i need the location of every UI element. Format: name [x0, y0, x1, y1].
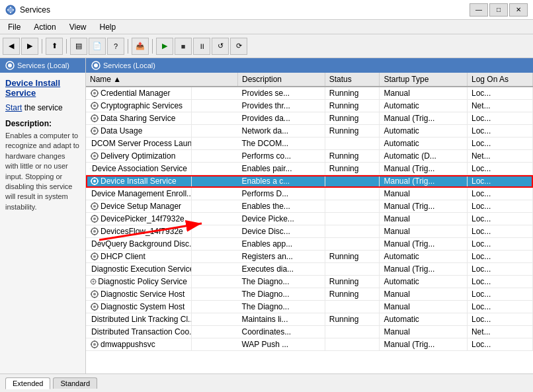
- table-row[interactable]: Diagnostic Execution ServiceExecutes dia…: [86, 263, 533, 276]
- table-row[interactable]: Device Association ServiceEnables pair..…: [86, 163, 533, 175]
- row-name: DCOM Server Process Laun...: [91, 139, 192, 148]
- table-row[interactable]: DevicePicker_14f7932eDevice Picke...Manu…: [86, 213, 533, 225]
- row-startup: Manual: [384, 214, 409, 223]
- svg-point-61: [93, 205, 96, 208]
- row-startup: Manual: [384, 302, 409, 311]
- gear-icon: [90, 340, 99, 349]
- tab-standard[interactable]: Standard: [53, 377, 97, 389]
- col-name[interactable]: Name ▲: [86, 73, 237, 87]
- col-status[interactable]: Status: [325, 73, 380, 87]
- table-row[interactable]: Distributed Transaction Coo...Coordinate…: [86, 326, 533, 338]
- row-startup: Automatic: [384, 101, 419, 110]
- row-logon: Loc...: [472, 126, 491, 136]
- menu-help[interactable]: Help: [95, 21, 122, 33]
- table-row[interactable]: Diagnostic Policy ServiceThe Diagno...Ru…: [86, 276, 533, 288]
- row-name: Distributed Link Tracking Cl...: [91, 315, 192, 324]
- left-panel-content: Device Install Service Start the service…: [0, 73, 85, 373]
- row-desc: Enables the...: [241, 202, 290, 211]
- toolbar-sep-3: [128, 39, 128, 54]
- table-row[interactable]: Diagnostic Service HostThe Diagno...Runn…: [86, 288, 533, 301]
- title-bar-left: Services: [5, 5, 50, 15]
- table-row[interactable]: DevQuery Background Disc...Enables app..…: [86, 238, 533, 251]
- app-icon: [5, 5, 16, 15]
- row-status: Running: [329, 126, 359, 136]
- services-table: Name ▲ Description Status Startup Type L: [86, 73, 533, 351]
- toolbar-sep-4: [152, 39, 153, 54]
- minimize-button[interactable]: —: [470, 3, 488, 17]
- table-row[interactable]: Diagnostic System HostThe Diagno...Manua…: [86, 301, 533, 313]
- svg-point-3: [8, 63, 12, 67]
- svg-point-19: [93, 117, 96, 120]
- table-row[interactable]: Data Sharing ServiceProvides da...Runnin…: [86, 112, 533, 125]
- row-startup: Manual (Trig...: [384, 114, 434, 123]
- toolbar-help[interactable]: ?: [107, 38, 124, 55]
- row-startup: Automatic: [384, 252, 419, 261]
- svg-point-5: [94, 63, 98, 67]
- table-row[interactable]: Delivery OptimizationPerforms co...Runni…: [86, 150, 533, 163]
- tab-extended[interactable]: Extended: [5, 377, 50, 389]
- toolbar-restart2[interactable]: ⟳: [230, 38, 247, 55]
- toolbar-pause[interactable]: ⏸: [193, 38, 210, 55]
- row-startup: Manual (Trig...: [384, 340, 434, 349]
- gear-icon: [90, 151, 99, 161]
- table-row[interactable]: Device Management Enroll...Performs D...…: [86, 188, 533, 200]
- row-desc: Enables app...: [241, 239, 292, 249]
- table-row[interactable]: Cryptographic ServicesProvides thr...Run…: [86, 100, 533, 112]
- row-startup: Automatic: [384, 315, 419, 324]
- close-button[interactable]: ✕: [509, 3, 528, 17]
- toolbar-restart[interactable]: ↺: [212, 38, 229, 55]
- services-table-container[interactable]: Name ▲ Description Status Startup Type L: [86, 73, 533, 373]
- table-row[interactable]: Distributed Link Tracking Cl...Maintains…: [86, 313, 533, 326]
- row-name: Diagnostic Service Host: [101, 290, 184, 299]
- table-row[interactable]: Data UsageNetwork da...RunningAutomaticL…: [86, 125, 533, 137]
- gear-icon: [90, 252, 99, 261]
- row-name: Device Setup Manager: [101, 202, 181, 211]
- toolbar-sep-1: [42, 39, 42, 54]
- table-row[interactable]: Device Setup ManagerEnables the...Manual…: [86, 200, 533, 213]
- gear-icon: [90, 277, 97, 286]
- row-desc: Maintains li...: [241, 315, 288, 324]
- gear-icon: [90, 164, 91, 173]
- col-startup[interactable]: Startup Type: [380, 73, 467, 87]
- maximize-button[interactable]: □: [489, 3, 508, 17]
- col-logon[interactable]: Log On As: [467, 73, 532, 87]
- table-row[interactable]: Credential ManagerProvides se...RunningM…: [86, 87, 533, 100]
- row-startup: Manual (Trig...: [384, 264, 434, 274]
- col-description[interactable]: Description: [237, 73, 325, 87]
- gear-icon: [90, 214, 99, 223]
- table-row[interactable]: DevicesFlow_14f7932eDevice Disc...Manual…: [86, 225, 533, 238]
- start-service-line: Start the service: [5, 103, 80, 112]
- gear-icon: [90, 176, 99, 186]
- table-row[interactable]: DCOM Server Process Laun...The DCOM...Au…: [86, 137, 533, 150]
- toolbar-show-hide[interactable]: ▤: [70, 38, 87, 55]
- table-row[interactable]: DHCP ClientRegisters an...RunningAutomat…: [86, 251, 533, 263]
- start-service-link[interactable]: Start: [5, 103, 22, 112]
- svg-point-49: [93, 180, 96, 182]
- row-status: Running: [329, 252, 359, 261]
- row-logon: Loc...: [472, 302, 491, 311]
- svg-point-67: [93, 217, 96, 220]
- svg-point-13: [93, 104, 96, 107]
- gear-icon: [90, 89, 99, 98]
- toolbar-export[interactable]: 📤: [132, 38, 149, 55]
- row-status: Running: [329, 114, 359, 123]
- toolbar-play[interactable]: ▶: [156, 38, 173, 55]
- row-desc: Provides da...: [241, 114, 290, 123]
- gear-icon: [90, 302, 99, 311]
- menu-action[interactable]: Action: [28, 21, 61, 33]
- toolbar-forward[interactable]: ▶: [21, 38, 38, 55]
- row-desc: Network da...: [241, 126, 288, 136]
- row-desc: Coordinates...: [241, 327, 291, 336]
- toolbar-stop[interactable]: ■: [175, 38, 192, 55]
- row-desc: Enables a c...: [241, 176, 290, 186]
- row-logon: Loc...: [472, 290, 491, 299]
- toolbar-up[interactable]: ⬆: [46, 38, 63, 55]
- table-row[interactable]: dmwappushsvcWAP Push ...Manual (Trig...L…: [86, 338, 533, 351]
- table-row[interactable]: Device Install ServiceEnables a c...Manu…: [86, 175, 533, 188]
- toolbar-back[interactable]: ◀: [3, 38, 20, 55]
- menu-file[interactable]: File: [3, 21, 26, 33]
- row-logon: Net...: [472, 151, 491, 161]
- menu-view[interactable]: View: [64, 21, 92, 33]
- row-startup: Manual: [384, 327, 409, 336]
- toolbar-properties[interactable]: 📄: [89, 38, 106, 55]
